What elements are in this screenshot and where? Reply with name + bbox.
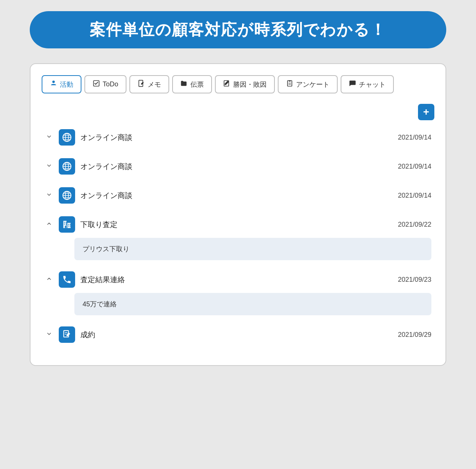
svg-point-0 bbox=[52, 81, 55, 83]
svg-rect-27 bbox=[66, 224, 67, 224]
activity-label-6: 成約 bbox=[80, 330, 393, 340]
person-icon bbox=[50, 80, 57, 89]
activity-row: 成約2021/09/29 bbox=[42, 321, 434, 348]
tab-survey[interactable]: アンケート bbox=[278, 75, 338, 93]
chat-icon bbox=[349, 80, 356, 89]
activity-detail-5: 45万で連絡 bbox=[74, 293, 431, 315]
banner-text: 案件単位の顧客対応が時系列でわかる！ bbox=[90, 21, 386, 38]
activity-main-6[interactable]: 成約2021/09/29 bbox=[42, 321, 434, 348]
tab-chat-label: チャット bbox=[359, 80, 386, 89]
activity-main-3[interactable]: オンライン商談2021/09/14 bbox=[42, 182, 434, 209]
add-activity-button[interactable]: + bbox=[418, 104, 434, 120]
svg-rect-31 bbox=[70, 226, 71, 226]
svg-rect-26 bbox=[64, 224, 65, 224]
svg-rect-32 bbox=[65, 226, 66, 228]
activity-label-5: 査定結果連絡 bbox=[80, 275, 393, 285]
activity-icon-globe bbox=[59, 158, 75, 175]
activity-label-1: オンライン商談 bbox=[80, 133, 393, 143]
activity-label-2: オンライン商談 bbox=[80, 162, 393, 172]
chevron-chevron-up-icon[interactable] bbox=[45, 276, 54, 284]
activity-row: オンライン商談2021/09/14 bbox=[42, 124, 434, 151]
chevron-chevron-down-icon[interactable] bbox=[45, 192, 54, 200]
activity-date-6: 2021/09/29 bbox=[398, 331, 431, 339]
chevron-chevron-down-icon[interactable] bbox=[45, 331, 54, 339]
tab-todo[interactable]: ToDo bbox=[84, 75, 126, 93]
svg-rect-25 bbox=[66, 222, 67, 223]
activity-label-4: 下取り査定 bbox=[80, 220, 393, 230]
tab-invoice-label: 伝票 bbox=[190, 80, 204, 89]
svg-rect-29 bbox=[70, 224, 71, 225]
main-card: 活動 ToDo メモ 伝票 勝因・敗因 bbox=[30, 63, 446, 366]
activity-date-4: 2021/09/22 bbox=[398, 221, 431, 229]
tab-bar: 活動 ToDo メモ 伝票 勝因・敗因 bbox=[42, 75, 434, 93]
activity-icon-building bbox=[59, 216, 75, 233]
activity-date-1: 2021/09/14 bbox=[398, 134, 431, 141]
tab-survey-label: アンケート bbox=[296, 80, 329, 89]
svg-rect-23 bbox=[67, 223, 71, 228]
svg-rect-28 bbox=[68, 224, 69, 225]
activity-row: 下取り査定2021/09/22プリウス下取り bbox=[42, 211, 434, 264]
chevron-chevron-down-icon[interactable] bbox=[45, 134, 54, 141]
folder-icon bbox=[180, 80, 188, 89]
tab-todo-label: ToDo bbox=[103, 80, 118, 88]
tab-memo-label: メモ bbox=[148, 80, 161, 89]
activity-detail-4: プリウス下取り bbox=[74, 238, 431, 260]
activity-icon-contract bbox=[59, 326, 75, 343]
activity-main-1[interactable]: オンライン商談2021/09/14 bbox=[42, 124, 434, 151]
activity-icon-globe bbox=[59, 187, 75, 204]
tab-activity[interactable]: 活動 bbox=[42, 75, 81, 93]
tab-chat[interactable]: チャット bbox=[341, 75, 394, 93]
edit-icon bbox=[223, 80, 231, 89]
header-banner: 案件単位の顧客対応が時系列でわかる！ bbox=[30, 11, 446, 48]
tab-invoice[interactable]: 伝票 bbox=[172, 75, 212, 93]
tab-win-loss[interactable]: 勝因・敗因 bbox=[215, 75, 275, 93]
activity-label-3: オンライン商談 bbox=[80, 191, 393, 201]
activity-row: 査定結果連絡2021/09/2345万で連絡 bbox=[42, 266, 434, 319]
activity-main-2[interactable]: オンライン商談2021/09/14 bbox=[42, 153, 434, 180]
svg-rect-24 bbox=[64, 222, 65, 223]
activity-date-5: 2021/09/23 bbox=[398, 276, 431, 284]
activity-main-4[interactable]: 下取り査定2021/09/22 bbox=[42, 211, 434, 238]
activity-date-2: 2021/09/14 bbox=[398, 163, 431, 170]
tab-win-loss-label: 勝因・敗因 bbox=[233, 80, 267, 89]
timeline: + オンライン商談2021/09/14オンライン商談2021/09/14オンライ… bbox=[42, 104, 434, 350]
chevron-chevron-down-icon[interactable] bbox=[45, 163, 54, 170]
activity-date-3: 2021/09/14 bbox=[398, 192, 431, 200]
activity-icon-phone bbox=[59, 271, 75, 288]
note-icon bbox=[138, 80, 145, 89]
timeline-header-actions: + bbox=[42, 104, 434, 120]
activity-main-5[interactable]: 査定結果連絡2021/09/23 bbox=[42, 266, 434, 293]
activity-row: オンライン商談2021/09/14 bbox=[42, 153, 434, 180]
tab-activity-label: 活動 bbox=[60, 80, 73, 89]
svg-rect-30 bbox=[68, 226, 69, 226]
activity-icon-globe bbox=[59, 129, 75, 146]
tab-memo[interactable]: メモ bbox=[129, 75, 169, 93]
clipboard-icon bbox=[286, 80, 293, 89]
chevron-chevron-up-icon[interactable] bbox=[45, 221, 54, 229]
checkbox-icon bbox=[93, 80, 100, 89]
activity-row: オンライン商談2021/09/14 bbox=[42, 182, 434, 209]
activities-list: オンライン商談2021/09/14オンライン商談2021/09/14オンライン商… bbox=[42, 124, 434, 350]
